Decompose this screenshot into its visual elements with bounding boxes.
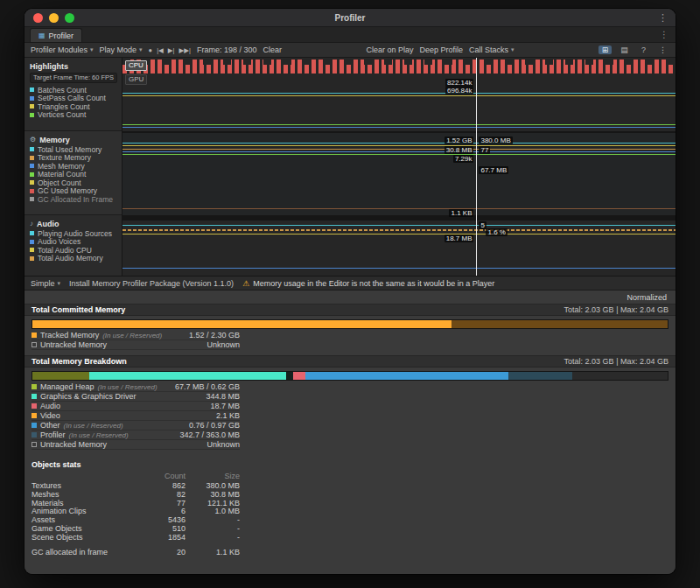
- modules-sidebar: Highlights Target Frame Time: 60 FPS Bat…: [24, 58, 122, 276]
- tab-profiler[interactable]: ▦ Profiler: [30, 28, 82, 42]
- counter-mesh-memory[interactable]: Mesh Memory: [30, 162, 122, 171]
- legend-swatch: [32, 432, 37, 438]
- table-row-game-objects: Game Objects 510 -: [32, 524, 240, 533]
- last-frame-button[interactable]: ▶▶|: [179, 46, 191, 54]
- tabstrip-kebab-icon[interactable]: ⋮: [660, 30, 668, 39]
- counter-gc-used-memory[interactable]: GC Used Memory: [30, 187, 122, 196]
- chart-value-label: 77: [479, 146, 490, 154]
- bar-segment-profiler: [508, 372, 572, 380]
- titlebar-kebab-icon[interactable]: ⋮: [658, 12, 668, 24]
- counter-swatch: [30, 147, 34, 151]
- editor-memory-warning: ⚠ Memory usage in the Editor is not the …: [242, 279, 494, 288]
- counter-swatch: [30, 104, 34, 108]
- memory-breakdown-bar[interactable]: [32, 371, 668, 381]
- counter-playing-audio-sources[interactable]: Playing Audio Sources: [30, 229, 122, 238]
- memory-module-toolbar: Simple ▾ Install Memory Profiler Package…: [24, 276, 676, 290]
- toolbar-kebab-icon[interactable]: ⋮: [656, 46, 669, 54]
- target-frame-time-dropdown[interactable]: Target Frame Time: 60 FPS: [30, 73, 117, 83]
- gear-icon: ⚙: [30, 136, 36, 144]
- counter-texture-memory[interactable]: Texture Memory: [30, 154, 122, 163]
- call-stacks-dropdown[interactable]: Call Stacks ▾: [469, 46, 514, 54]
- legend-swatch: [32, 384, 37, 389]
- record-icon[interactable]: ●: [149, 46, 153, 54]
- counter-gc-allocated[interactable]: GC Allocated In Frame: [30, 195, 122, 204]
- tab-strip: ▦ Profiler ⋮: [24, 27, 676, 43]
- chart-line-triangles: [122, 95, 676, 96]
- counter-vertices[interactable]: Vertices Count: [30, 111, 122, 120]
- counter-swatch: [30, 164, 34, 168]
- profiler-chart-area[interactable]: CPU GPU 822.14k 696.84k 1.52 GB 380: [122, 58, 676, 276]
- counter-swatch: [30, 197, 34, 201]
- layout-icon[interactable]: ⊞: [598, 46, 612, 54]
- counter-setpass[interactable]: SetPass Calls Count: [30, 94, 122, 103]
- bar-segment-gap: [286, 372, 292, 380]
- chart-value-label: 1.52 GB: [444, 136, 473, 144]
- table-row-materials: Materials 77 121.1 KB: [32, 499, 240, 508]
- install-memory-profiler-link[interactable]: Install Memory Profiler Package (Version…: [69, 279, 234, 288]
- chart-value-label: 380.0 MB: [479, 136, 512, 144]
- committed-memory-bar[interactable]: [32, 319, 668, 329]
- table-row-animation-clips: Animation Clips 6 1.0 MB: [32, 507, 240, 515]
- counter-swatch: [30, 256, 34, 261]
- chart-value-label: 67.7 MB: [479, 166, 508, 174]
- chart-line-audio-cpu: [122, 229, 676, 231]
- next-frame-button[interactable]: ▶|: [168, 46, 175, 54]
- counter-total-used-memory[interactable]: Total Used Memory: [30, 145, 122, 154]
- help-icon[interactable]: ?: [637, 46, 650, 54]
- clear-button[interactable]: Clear: [263, 46, 283, 54]
- bar-segment-managed-heap: [32, 372, 89, 380]
- cpu-chart-toggle[interactable]: CPU: [125, 60, 147, 71]
- chart-value-label: 822.14k: [445, 79, 473, 87]
- module-highlights[interactable]: Highlights Target Frame Time: 60 FPS Bat…: [24, 58, 122, 131]
- chart-line-texture: [122, 149, 676, 150]
- column-size: Size: [186, 472, 240, 481]
- play-mode-dropdown[interactable]: Play Mode ▾: [100, 46, 143, 54]
- deep-profile-toggle[interactable]: Deep Profile: [420, 46, 464, 54]
- counter-audio-voices[interactable]: Audio Voices: [30, 238, 122, 247]
- current-frame-playhead[interactable]: [476, 58, 477, 276]
- chart-line-material: [122, 154, 676, 155]
- legend-swatch: [32, 442, 37, 447]
- legend-row-managed-heap: Managed Heap (In use / Reserved) 67.7 MB…: [32, 382, 240, 392]
- panel-icon[interactable]: ▤: [618, 46, 631, 54]
- legend-row-tracked: Tracked Memory (In use / Reserved) 1.52 …: [32, 331, 240, 340]
- chevron-down-icon: ▾: [511, 46, 514, 53]
- chart-value-label: 18.7 MB: [444, 234, 474, 242]
- table-row-textures: Textures 862 380.0 MB: [32, 481, 240, 490]
- gpu-chart-toggle[interactable]: GPU: [125, 74, 147, 85]
- counter-swatch: [30, 172, 34, 177]
- section-total: Total: 2.03 GB | Max: 2.04 GB: [564, 357, 668, 366]
- chart-line-mesh: [122, 151, 676, 152]
- counter-batches[interactable]: Batches Count: [30, 86, 122, 94]
- close-button[interactable]: [33, 13, 43, 23]
- counter-triangles[interactable]: Triangles Count: [30, 102, 122, 111]
- counter-material-count[interactable]: Material Count: [30, 171, 122, 179]
- module-memory[interactable]: ⚙ Memory Total Used Memory Texture Memor…: [24, 131, 122, 215]
- legend-swatch: [32, 332, 37, 338]
- prev-frame-button[interactable]: |◀: [157, 46, 164, 54]
- frame-transport: ● |◀ ▶| ▶▶|: [149, 46, 191, 54]
- profiler-window: Profiler ⋮ ▦ Profiler ⋮ Profiler Modules…: [24, 9, 676, 574]
- audio-icon: ♪: [30, 220, 33, 228]
- profiler-modules-dropdown[interactable]: Profiler Modules ▾: [31, 46, 94, 54]
- memory-details-pane: Normalized Total Committed Memory Total:…: [24, 290, 676, 574]
- legend-swatch: [32, 342, 37, 347]
- module-memory-header[interactable]: ⚙ Memory: [30, 134, 122, 145]
- bar-segment-audio: [293, 372, 306, 380]
- normalized-toggle[interactable]: Normalized: [626, 293, 667, 302]
- zoom-button[interactable]: [65, 13, 74, 23]
- counter-object-count[interactable]: Object Count: [30, 178, 122, 187]
- profiler-tab-icon: ▦: [38, 32, 46, 39]
- section-total: Total: 2.03 GB | Max: 2.04 GB: [564, 305, 668, 314]
- legend-row-untracked: Untracked Memory Unknown: [32, 340, 240, 350]
- clear-on-play-toggle[interactable]: Clear on Play: [367, 46, 414, 54]
- module-audio[interactable]: ♪ Audio Playing Audio Sources Audio Voic…: [24, 215, 122, 276]
- legend-row-audio: Audio 18.7 MB: [32, 402, 240, 411]
- counter-total-audio-memory[interactable]: Total Audio Memory: [30, 255, 122, 263]
- legend-swatch: [32, 413, 37, 418]
- module-audio-header[interactable]: ♪ Audio: [30, 218, 122, 229]
- view-mode-dropdown[interactable]: Simple ▾: [31, 279, 60, 288]
- counter-total-audio-cpu[interactable]: Total Audio CPU: [30, 246, 122, 255]
- module-highlights-header[interactable]: Highlights: [30, 60, 122, 72]
- minimize-button[interactable]: [49, 13, 59, 23]
